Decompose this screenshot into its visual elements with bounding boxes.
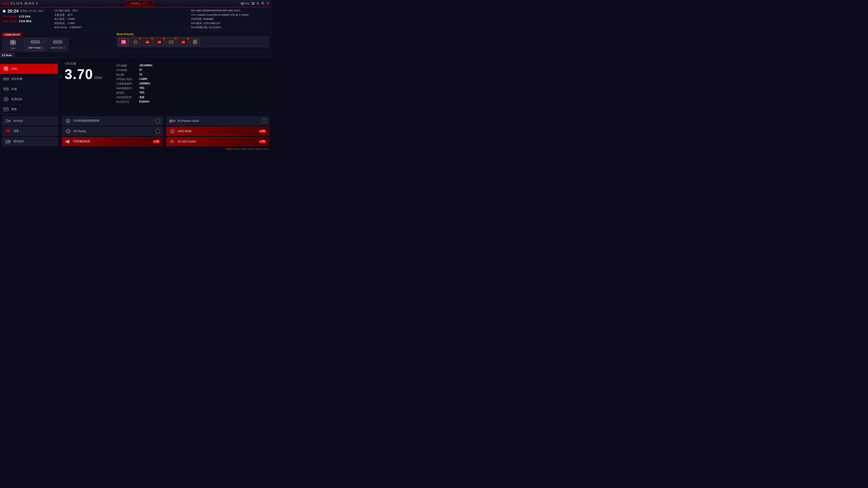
detail-value: 1.028V xyxy=(139,77,152,81)
menu-item-help[interactable]: 帮助 xyxy=(0,104,58,115)
detail-value: 37 xyxy=(139,68,152,72)
boost-tab-xmp1[interactable]: XMP Profile 1 xyxy=(25,38,46,52)
svg-text:M.2: M.2 xyxy=(170,121,173,122)
speed-row: CPU Speed 3.70 GHz xyxy=(3,14,50,18)
ahci-toggle[interactable]: ON xyxy=(259,129,266,133)
svg-rect-11 xyxy=(31,41,33,43)
help-menu-icon xyxy=(3,107,9,112)
menu-item-help-label: 帮助 xyxy=(11,107,17,111)
cpu-temp-value: 36°C xyxy=(72,9,78,12)
menu-item-storage[interactable]: 存储 xyxy=(0,84,58,94)
mb-label: MB: xyxy=(191,9,195,12)
core-voltage-row: 核心电压: 1.028V xyxy=(54,17,187,21)
boot-priority-area: Boot Priority › U › xyxy=(114,31,271,53)
hardware-monitor-label: 硬件监控 xyxy=(13,140,55,143)
screenshot-button[interactable]: 📷 F12 xyxy=(241,2,249,5)
ez-tabs-row: EZ Mode xyxy=(0,53,271,58)
svg-rect-1 xyxy=(11,41,14,44)
svg-point-77 xyxy=(172,131,173,131)
svg-rect-50 xyxy=(4,78,5,79)
screenshot-icon-button[interactable]: 🖼 xyxy=(252,2,254,5)
cpu-freq-left: CPU主频: 3.70 GHz xyxy=(65,62,107,81)
close-button[interactable]: ✕ xyxy=(266,1,269,6)
advanced-mode-button[interactable]: 高级模式（F7） xyxy=(126,1,153,6)
arrow-4: › xyxy=(165,41,165,43)
cpu-temp-label: CPU核心温度: xyxy=(54,9,70,12)
detail-value: 允许 xyxy=(139,96,152,99)
cpu-tab-icon xyxy=(9,39,17,47)
core-voltage-value: 1.028V xyxy=(67,18,75,20)
boot-device-1[interactable] xyxy=(119,38,128,46)
storage-menu-icon xyxy=(3,87,9,92)
m2-optane-label: M.2/Optane Genie xyxy=(178,120,259,123)
ahci-raid-button[interactable]: AHCI /RAID ON xyxy=(166,127,269,136)
svg-rect-18 xyxy=(56,41,57,43)
audio-icon xyxy=(65,139,71,144)
m2-optane-button[interactable]: M.2 M.2/Optane Genie xyxy=(166,117,269,125)
heart-icon xyxy=(5,129,11,134)
bottom-mid-btns: CPU风扇故障报警控制 ErP ErP Ready xyxy=(60,117,165,146)
boost-tab-cpu[interactable]: CPU xyxy=(2,38,24,52)
svg-rect-20 xyxy=(59,41,60,43)
boot-device-4[interactable]: USB U xyxy=(154,38,164,46)
lang-button[interactable]: ⚙ xyxy=(257,2,259,5)
f12-label: F12 xyxy=(245,2,249,5)
camera-icon: 📷 xyxy=(241,2,244,5)
xmp2-tab-icon xyxy=(53,39,62,46)
ez-led-button[interactable]: EZ LED Control ON xyxy=(166,137,269,146)
svg-text:USB: USB xyxy=(182,41,185,43)
menu-item-fan[interactable]: 风扇信息 xyxy=(0,94,58,104)
info-bar: 🕐 20:24 星期日 18 4月, 2021 CPU Speed 3.70 G… xyxy=(0,7,271,31)
arrow-2: › xyxy=(141,41,142,43)
mb-temp-label: 主板温度: xyxy=(54,13,65,16)
menu-item-cpu[interactable]: CPU xyxy=(0,64,58,74)
detail-label: Intel睿频技术: xyxy=(116,87,133,90)
boot-device-6[interactable]: USB U xyxy=(178,38,188,46)
ez-mode-tab[interactable]: EZ Mode xyxy=(0,53,14,57)
m2-toggle[interactable] xyxy=(261,119,266,123)
scroll-1 xyxy=(226,149,232,150)
mflash-button[interactable]: M-Flash xyxy=(2,117,58,125)
menu-item-memory[interactable]: 内存容量 xyxy=(0,74,58,84)
favorites-button[interactable]: 喜爱 xyxy=(2,127,58,136)
cpu-freq-section: CPU主频: 3.70 GHz CPU基频:100.00MHzCPU倍频:37核… xyxy=(65,62,265,104)
detail-value: 1200MHz xyxy=(139,82,152,86)
boot-device-2[interactable]: U xyxy=(130,38,141,46)
bios-title: CLICK BIOS 5 xyxy=(11,2,38,5)
svg-rect-36 xyxy=(193,40,197,44)
erp-toggle[interactable] xyxy=(155,129,160,134)
settings-icon: ⚙ xyxy=(257,2,259,5)
boot-device-7[interactable] xyxy=(190,38,200,46)
erp-button[interactable]: ErP ErP Ready xyxy=(62,127,163,136)
arrow-5: › xyxy=(177,41,177,43)
boot-device-5[interactable]: U xyxy=(166,38,176,46)
screenshot-icon: 🖼 xyxy=(252,2,254,5)
time-row: 🕐 20:24 星期日 18 4月, 2021 xyxy=(3,9,50,13)
boost-tab-xmp1-label: XMP Profile 1 xyxy=(28,46,42,49)
hd-audio-toggle[interactable]: ON xyxy=(153,140,160,143)
detail-label: CPU核心电压: xyxy=(116,77,133,81)
ddr-speed-label: DDR Speed xyxy=(3,20,17,23)
led-toggle[interactable]: ON xyxy=(259,140,266,143)
scroll-4 xyxy=(248,149,254,150)
memory-menu-icon xyxy=(3,76,9,81)
boost-tab-xmp2-label: XMP Profile 2 xyxy=(51,46,65,49)
language-selector[interactable]: 简 xyxy=(261,1,264,5)
boot-device-3[interactable]: USB U xyxy=(143,38,152,46)
ahci-icon xyxy=(169,129,176,134)
fan-alert-toggle[interactable] xyxy=(155,119,160,123)
detail-value: YES xyxy=(139,87,152,90)
detail-label: 已调集显频率: xyxy=(116,82,133,86)
cpu-freq-unit: GHz xyxy=(94,75,102,80)
scroll-6 xyxy=(262,149,269,150)
bios-ver-value: E7D17IMS.107 xyxy=(204,22,220,25)
mem-voltage-value: 1.196V xyxy=(67,22,75,25)
cpu-temp-row: CPU核心温度: 36°C xyxy=(54,9,187,13)
detail-value: YES xyxy=(139,91,152,95)
boost-tab-xmp2[interactable]: XMP Profile 2 xyxy=(47,38,68,52)
hardware-monitor-button[interactable]: 硬件监控 xyxy=(2,137,58,146)
hd-audio-button[interactable]: HD音频控制器 ON xyxy=(62,137,163,146)
fan-alert-button[interactable]: CPU风扇故障报警控制 xyxy=(62,117,163,125)
ez-led-label: EZ LED Control xyxy=(178,140,257,143)
svg-point-79 xyxy=(172,141,172,142)
